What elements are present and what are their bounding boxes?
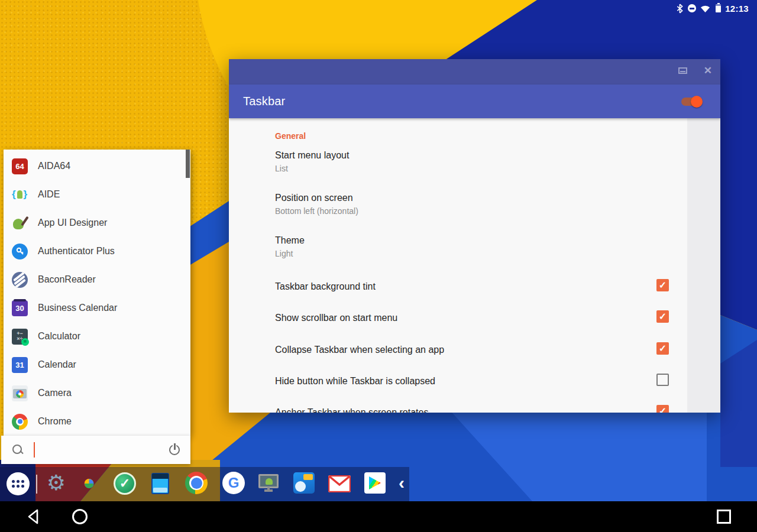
- start-menu-search-bar[interactable]: [1, 436, 190, 464]
- settings-gear-icon: ⚙: [47, 472, 66, 494]
- app-label: AIDE: [38, 189, 60, 200]
- taskbar-android-monitor-app[interactable]: [257, 471, 280, 495]
- status-bar: 12:13: [676, 2, 749, 14]
- notepad-icon: [151, 473, 169, 494]
- battery-icon: [716, 4, 721, 12]
- green-checkmark-icon: ✓: [114, 472, 136, 495]
- taskbar-gmail-app[interactable]: [327, 473, 352, 494]
- taskbar-play-store-app[interactable]: [363, 471, 387, 495]
- app-label: Chrome: [38, 416, 72, 427]
- section-header: General: [275, 131, 306, 141]
- setting-start-menu-layout-value: List: [275, 164, 288, 173]
- text-cursor: [34, 442, 35, 458]
- taskbar-settings-app[interactable]: ⚙: [45, 472, 67, 494]
- setting-hide-button[interactable]: Hide button while Taskbar is collapsed: [275, 376, 435, 387]
- start-menu-item-baconreader[interactable]: BaconReader: [4, 265, 190, 294]
- setting-start-menu-layout[interactable]: Start menu layout: [275, 150, 349, 161]
- google-g-icon: G: [222, 472, 245, 494]
- toggle-thumb: [691, 96, 703, 108]
- apps-grid-icon: [12, 480, 24, 488]
- checkbox-collapse-taskbar[interactable]: ✓: [656, 342, 669, 355]
- chevron-left-icon: ‹: [399, 472, 405, 494]
- checkbox-show-scrollbar[interactable]: ✓: [656, 310, 669, 323]
- nav-back-button[interactable]: [25, 508, 43, 525]
- taskbar-google-app[interactable]: G: [221, 471, 246, 495]
- taskbar-green-check-app[interactable]: ✓: [112, 471, 138, 497]
- app-label: App UI Designer: [38, 218, 107, 228]
- window-title: Taskbar: [243, 95, 285, 108]
- gmail-icon: [328, 475, 351, 492]
- back-icon: [25, 508, 43, 525]
- app-label: AIDA64: [38, 161, 70, 171]
- app-label: Calendar: [38, 359, 76, 370]
- start-menu-item-chrome[interactable]: Chrome: [4, 407, 190, 436]
- authenticator-plus-icon: [12, 244, 28, 259]
- app-label: BaconReader: [38, 274, 96, 285]
- bluetooth-icon: [676, 4, 684, 14]
- power-icon[interactable]: [168, 443, 181, 456]
- taskbar-notepad-app[interactable]: [148, 471, 172, 496]
- nav-recents-button[interactable]: [715, 508, 733, 525]
- taskbar-master-toggle[interactable]: [681, 96, 703, 108]
- start-menu-item-business-calendar[interactable]: 30 Business Calendar: [4, 294, 190, 322]
- aida64-icon: 64: [12, 158, 28, 174]
- setting-collapse-taskbar[interactable]: Collapse Taskbar when selecting an app: [275, 345, 444, 355]
- start-menu-item-aide[interactable]: {} AIDE: [4, 180, 190, 209]
- wifi-icon: [700, 4, 710, 13]
- window-toolbar: Taskbar: [229, 85, 720, 118]
- do-not-disturb-icon: [688, 4, 696, 12]
- baconreader-icon: [12, 272, 28, 288]
- app-label: Authenticator Plus: [38, 246, 115, 257]
- settings-list: General Start menu layout List Position …: [229, 118, 720, 413]
- start-menu-scrollbar[interactable]: [186, 150, 190, 178]
- taskbar-divider: [36, 475, 37, 494]
- search-icon: [12, 444, 24, 456]
- chrome-icon: [185, 472, 208, 494]
- setting-theme[interactable]: Theme: [275, 235, 305, 246]
- play-store-icon: [364, 472, 386, 494]
- android-desktop-screen: 12:13 64 AIDA64 {} AIDE App UI Designer …: [0, 0, 757, 532]
- google-photos-icon: [79, 473, 99, 494]
- restore-window-icon[interactable]: [678, 67, 687, 74]
- taskbar-settings-window: ✕ Taskbar General Start menu layout List…: [229, 59, 720, 413]
- setting-anchor-taskbar[interactable]: Anchor Taskbar when screen rotates: [275, 407, 428, 413]
- status-clock: 12:13: [725, 4, 749, 14]
- business-calendar-icon: 30: [12, 300, 28, 316]
- taskbar-solid-explorer-app[interactable]: [292, 471, 316, 495]
- calendar-icon: 31: [12, 357, 28, 373]
- setting-show-scrollbar[interactable]: Show scrollbar on start menu: [275, 313, 397, 323]
- start-menu-item-calendar[interactable]: 31 Calendar: [4, 351, 190, 379]
- start-menu-item-authenticator-plus[interactable]: Authenticator Plus: [4, 237, 190, 265]
- android-nav-bar: [0, 501, 757, 532]
- calculator-icon: +−×÷=: [12, 329, 28, 345]
- settings-scrollbar-track[interactable]: [687, 118, 720, 413]
- camera-icon: [12, 385, 28, 401]
- setting-position-on-screen[interactable]: Position on screen: [275, 193, 353, 203]
- checkbox-anchor-taskbar[interactable]: ✓: [656, 405, 669, 413]
- solid-explorer-icon: [293, 472, 315, 494]
- checkbox-taskbar-background-tint[interactable]: ✓: [656, 279, 669, 291]
- taskbar-chrome-app[interactable]: [184, 471, 209, 495]
- window-titlebar[interactable]: ✕: [229, 59, 720, 85]
- setting-taskbar-background-tint[interactable]: Taskbar background tint: [275, 281, 376, 292]
- start-menu-item-aida64[interactable]: 64 AIDA64: [4, 152, 190, 180]
- start-menu-item-app-ui-designer[interactable]: App UI Designer: [4, 209, 190, 237]
- taskbar-photos-app[interactable]: [77, 472, 100, 495]
- start-button[interactable]: [7, 472, 30, 495]
- android-monitor-icon: [258, 473, 279, 493]
- start-menu-item-camera[interactable]: Camera: [4, 379, 190, 407]
- close-window-icon[interactable]: ✕: [704, 64, 712, 77]
- start-menu-item-calculator[interactable]: +−×÷= Calculator: [4, 322, 190, 351]
- start-menu: 64 AIDA64 {} AIDE App UI Designer Authen…: [4, 150, 190, 436]
- setting-position-on-screen-value: Bottom left (horizontal): [275, 206, 358, 216]
- nav-home-button[interactable]: [71, 508, 89, 525]
- app-label: Business Calendar: [38, 303, 117, 313]
- chrome-icon: [12, 414, 28, 430]
- app-ui-designer-icon: [12, 215, 28, 231]
- aide-icon: {}: [12, 187, 28, 203]
- app-label: Calculator: [38, 331, 80, 342]
- taskbar-collapse-button[interactable]: ‹: [395, 471, 408, 495]
- checkbox-hide-button[interactable]: [656, 374, 669, 386]
- app-label: Camera: [38, 388, 72, 398]
- setting-theme-value: Light: [275, 249, 293, 258]
